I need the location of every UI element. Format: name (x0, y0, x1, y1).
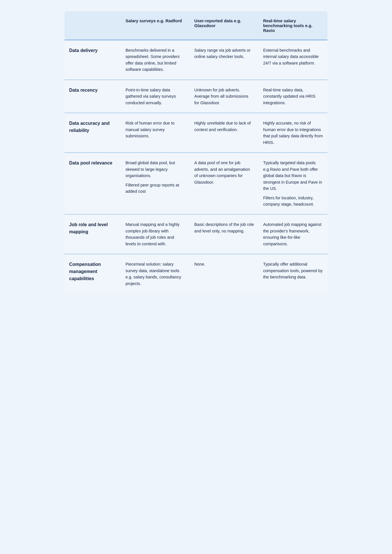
row-header-1: Data recency (65, 80, 121, 113)
table-row: Data accuracy and reliabilityRisk of hum… (65, 113, 327, 153)
cell-row5-col2: None. (190, 254, 259, 294)
header-col2: User-reported data e.g. Glassdoor (190, 11, 259, 40)
cell-text: Typically targeted data pools e.g.Ravio … (263, 160, 323, 192)
cell-text: Basic descriptions of the job role and l… (194, 221, 254, 234)
cell-row1-col2: Unknown for job adverts. Average from al… (190, 80, 259, 113)
cell-row2-col3: Highly accurate, no risk of human error … (259, 113, 327, 153)
cell-text: Unknown for job adverts. Average from al… (194, 87, 254, 106)
cell-row1-col3: Real-time salary data, constantly update… (259, 80, 327, 113)
cell-text: Piecemeal solution: salary survey data, … (125, 261, 185, 287)
cell-text: Filtered peer group reports at added cos… (125, 182, 185, 195)
cell-row3-col2: A data pool of one for job adverts, and … (190, 153, 259, 214)
table-row: Data deliveryBenchmarks delivered in a s… (65, 40, 327, 80)
cell-text: Automated job mapping against the provid… (263, 221, 323, 247)
cell-row2-col2: Highly unreliable due to lack of context… (190, 113, 259, 153)
cell-text: Benchmarks delivered in a spreadsheet. S… (125, 47, 185, 73)
cell-row4-col3: Automated job mapping against the provid… (259, 214, 327, 254)
cell-text: External benchmarks and internal salary … (263, 47, 323, 66)
header-col3: Real-time salary benchmarking tools e.g.… (259, 11, 327, 40)
cell-row4-col2: Basic descriptions of the job role and l… (190, 214, 259, 254)
cell-text: Highly unreliable due to lack of context… (194, 120, 254, 133)
cell-row0-col3: External benchmarks and internal salary … (259, 40, 327, 80)
cell-row3-col3: Typically targeted data pools e.g.Ravio … (259, 153, 327, 214)
comparison-table: Salary surveys e.g. Radford User-reporte… (65, 11, 327, 294)
cell-text: Typically offer additional compensation … (263, 261, 323, 280)
cell-text: Real-time salary data, constantly update… (263, 87, 323, 106)
cell-text: Manual mapping and a highly complex job … (125, 221, 185, 247)
cell-text: Salary range via job adverts or online s… (194, 47, 254, 60)
comparison-table-container: Salary surveys e.g. Radford User-reporte… (65, 11, 327, 294)
cell-row5-col3: Typically offer additional compensation … (259, 254, 327, 294)
cell-row3-col1: Broad global data pool, but skewed to la… (121, 153, 190, 214)
cell-text: None. (194, 261, 254, 267)
row-header-3: Data pool relevance (65, 153, 121, 214)
table-row: Job role and level mappingManual mapping… (65, 214, 327, 254)
row-header-2: Data accuracy and reliability (65, 113, 121, 153)
row-header-5: Compensation management capabilities (65, 254, 121, 294)
row-header-0: Data delivery (65, 40, 121, 80)
cell-text: Broad global data pool, but skewed to la… (125, 160, 185, 179)
cell-row0-col2: Salary range via job adverts or online s… (190, 40, 259, 80)
cell-text: Highly accurate, no risk of human error … (263, 120, 323, 146)
cell-row0-col1: Benchmarks delivered in a spreadsheet. S… (121, 40, 190, 80)
header-empty (65, 11, 121, 40)
cell-row2-col1: Risk of human error due to manual salary… (121, 113, 190, 153)
table-header-row: Salary surveys e.g. Radford User-reporte… (65, 11, 327, 40)
cell-text: Point-in-time salary data gathered via s… (125, 87, 185, 106)
cell-row4-col1: Manual mapping and a highly complex job … (121, 214, 190, 254)
cell-row5-col1: Piecemeal solution: salary survey data, … (121, 254, 190, 294)
table-row: Data recencyPoint-in-time salary data ga… (65, 80, 327, 113)
header-col1: Salary surveys e.g. Radford (121, 11, 190, 40)
row-header-4: Job role and level mapping (65, 214, 121, 254)
cell-text: Filters for location, industry, company … (263, 195, 323, 208)
cell-text: A data pool of one for job adverts, and … (194, 160, 254, 185)
cell-row1-col1: Point-in-time salary data gathered via s… (121, 80, 190, 113)
table-row: Compensation management capabilitiesPiec… (65, 254, 327, 294)
cell-text: Risk of human error due to manual salary… (125, 120, 185, 139)
table-row: Data pool relevanceBroad global data poo… (65, 153, 327, 214)
